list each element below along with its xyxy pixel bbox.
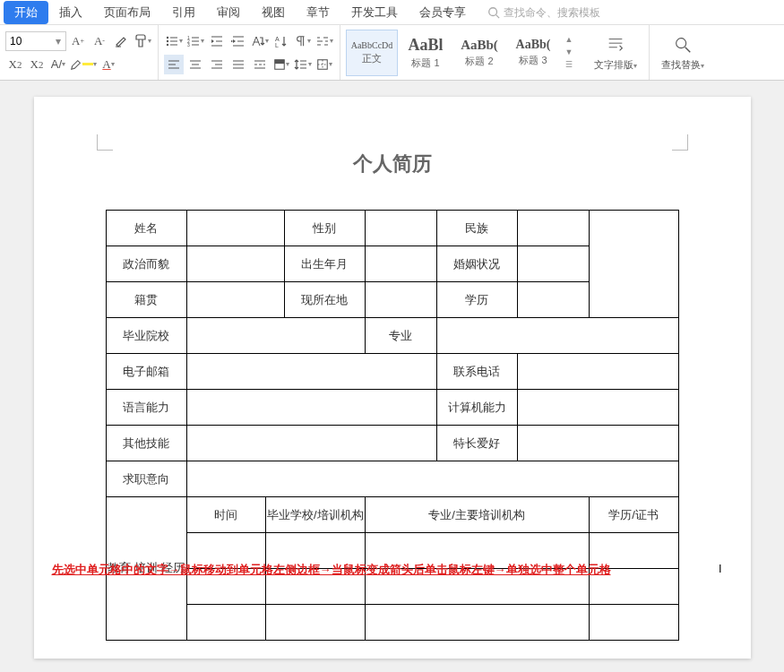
cell[interactable] <box>517 426 678 461</box>
command-search[interactable] <box>487 6 620 19</box>
tab-reference[interactable]: 引用 <box>161 1 206 24</box>
chevron-up-icon[interactable]: ▲ <box>563 35 575 46</box>
cell[interactable] <box>436 318 678 354</box>
line-spacing-button[interactable]: ▾ <box>293 55 313 74</box>
cell[interactable] <box>517 354 678 390</box>
styles-menu-icon[interactable]: ☰ <box>563 60 575 71</box>
cell[interactable]: 出生年月 <box>284 246 365 282</box>
cell[interactable]: 电子邮箱 <box>106 354 186 390</box>
subscript-button[interactable]: X2 <box>27 55 47 74</box>
font-color-button[interactable]: A▾ <box>99 55 118 74</box>
cell[interactable]: 语言能力 <box>106 390 186 426</box>
change-case-button[interactable]: A/▾ <box>48 55 68 74</box>
font-size-input[interactable] <box>6 35 51 47</box>
bullet-list-button[interactable]: ▾ <box>164 31 184 51</box>
table-row[interactable]: 毕业院校 专业 <box>106 318 678 354</box>
text-layout-button[interactable]: 文字排版▾ <box>588 33 643 72</box>
document-area[interactable]: 个人简历 姓名 性别 民族 政治而貌 出生年月 婚姻状况 籍贯 <box>0 81 784 672</box>
cell[interactable] <box>365 605 589 641</box>
align-center-button[interactable] <box>185 55 205 74</box>
cell[interactable] <box>517 246 589 282</box>
cell[interactable]: 其他技能 <box>106 426 186 461</box>
number-list-button[interactable]: 123▾ <box>185 31 205 51</box>
cell[interactable]: 籍贯 <box>106 282 186 318</box>
increase-indent-button[interactable] <box>228 31 248 51</box>
cell[interactable] <box>186 426 436 461</box>
format-painter-button[interactable]: ▾ <box>133 31 152 51</box>
cell[interactable]: 专业/主要培训机构 <box>365 497 589 533</box>
tab-stops-button[interactable]: ▾ <box>314 31 334 51</box>
table-row[interactable]: 语言能力 计算机能力 <box>106 390 678 426</box>
table-row[interactable]: 教育 培训 经历 时间 毕业学校/培训机构 专业/主要培训机构 学历/证书 <box>106 497 678 533</box>
tab-devtools[interactable]: 开发工具 <box>340 1 409 24</box>
tab-chapter[interactable]: 章节 <box>296 1 340 24</box>
increase-font-button[interactable]: A+ <box>68 31 88 51</box>
tab-review[interactable]: 审阅 <box>206 1 251 24</box>
find-replace-button[interactable]: 查找替换▾ <box>655 33 711 72</box>
tab-insert[interactable]: 插入 <box>48 1 93 24</box>
style-heading1[interactable]: AaBl 标题 1 <box>400 30 452 76</box>
cell[interactable]: 学历/证书 <box>589 497 678 533</box>
cell[interactable] <box>186 246 284 282</box>
tab-layout[interactable]: 页面布局 <box>93 1 161 24</box>
shading-button[interactable]: ▾ <box>271 55 291 74</box>
page[interactable]: 个人简历 姓名 性别 民族 政治而貌 出生年月 婚姻状况 籍贯 <box>34 97 751 659</box>
cell[interactable] <box>186 390 436 426</box>
cell[interactable] <box>517 390 678 426</box>
cell[interactable]: 联系电话 <box>436 354 517 390</box>
cell-photo[interactable] <box>589 211 678 318</box>
styles-dropdown[interactable]: ▲ ▼ ☰ <box>561 35 577 71</box>
cell[interactable]: 政治而貌 <box>106 246 186 282</box>
cell[interactable]: 专业 <box>365 318 436 354</box>
table-row[interactable]: 姓名 性别 民族 <box>106 211 678 246</box>
cell[interactable] <box>265 605 365 641</box>
cell[interactable] <box>186 211 284 246</box>
superscript-button[interactable]: X2 <box>5 55 25 74</box>
cell[interactable]: 学历 <box>436 282 517 318</box>
cell[interactable] <box>365 246 436 282</box>
decrease-font-button[interactable]: A- <box>90 31 109 51</box>
table-row[interactable] <box>106 605 678 641</box>
table-row[interactable]: 电子邮箱 联系电话 <box>106 354 678 390</box>
chevron-down-icon[interactable]: ▾ <box>51 35 65 47</box>
cell[interactable]: 毕业学校/培训机构 <box>265 497 365 533</box>
cell[interactable]: 毕业院校 <box>106 318 186 354</box>
style-body[interactable]: AaBbCcDd 正文 <box>346 30 398 76</box>
decrease-indent-button[interactable] <box>207 31 227 51</box>
show-marks-button[interactable]: ▾ <box>293 31 313 51</box>
command-search-input[interactable] <box>504 6 620 19</box>
cell[interactable] <box>186 354 436 390</box>
cell-gender-label[interactable]: 性别 <box>284 211 365 246</box>
chevron-down-icon[interactable]: ▼ <box>563 47 575 58</box>
highlight-button[interactable]: ▾ <box>70 55 97 74</box>
text-direction-button[interactable]: ▾ <box>250 31 270 51</box>
tab-start[interactable]: 开始 <box>4 1 48 24</box>
align-left-button[interactable] <box>164 55 184 74</box>
style-heading2[interactable]: AaBb( 标题 2 <box>453 30 505 76</box>
align-right-button[interactable] <box>207 55 227 74</box>
cell[interactable]: 现所在地 <box>284 282 365 318</box>
cell[interactable]: 特长爱好 <box>436 426 517 461</box>
sort-button[interactable]: AL <box>271 31 291 51</box>
cell[interactable]: 计算机能力 <box>436 390 517 426</box>
cell[interactable] <box>186 605 265 641</box>
cell[interactable]: 求职意向 <box>106 461 186 497</box>
table-row[interactable]: 求职意向 <box>106 461 678 497</box>
cell[interactable]: 婚姻状况 <box>436 246 517 282</box>
cell[interactable] <box>365 282 436 318</box>
cell-nation-label[interactable]: 民族 <box>436 211 517 246</box>
doc-title[interactable]: 个人简历 <box>70 151 715 177</box>
cell[interactable] <box>517 282 589 318</box>
cell[interactable] <box>589 605 678 641</box>
cell-name-label[interactable]: 姓名 <box>106 211 186 246</box>
cell[interactable]: 时间 <box>186 497 265 533</box>
tab-member[interactable]: 会员专享 <box>409 1 477 24</box>
cell[interactable] <box>517 211 589 246</box>
cell[interactable] <box>186 318 365 354</box>
cell[interactable] <box>186 461 678 497</box>
font-size-selector[interactable]: ▾ <box>5 31 66 51</box>
cell[interactable] <box>365 211 436 246</box>
align-justify-button[interactable] <box>228 55 248 74</box>
table-row[interactable]: 其他技能 特长爱好 <box>106 426 678 461</box>
align-distribute-button[interactable] <box>250 55 270 74</box>
